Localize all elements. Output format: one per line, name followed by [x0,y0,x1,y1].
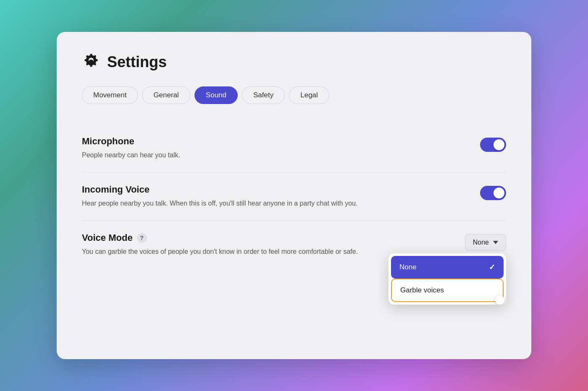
voice-mode-dropdown-menu: None ✓ Garble voices [388,253,506,305]
tabs-row: Movement General Sound Safety Legal [82,86,506,104]
dropdown-option-garble[interactable]: Garble voices [391,279,504,302]
gear-icon [82,53,100,71]
voice-mode-title: Voice Mode ? [82,232,393,243]
dropdown-option-none[interactable]: None ✓ [391,256,504,279]
microphone-text: Microphone People nearby can hear you ta… [82,136,393,160]
tab-general[interactable]: General [142,86,190,104]
microphone-section: Microphone People nearby can hear you ta… [82,124,506,172]
incoming-voice-title: Incoming Voice [82,184,393,195]
voice-mode-text: Voice Mode ? You can garble the voices o… [82,232,393,257]
voice-mode-dropdown-value: None [473,239,489,246]
tab-safety[interactable]: Safety [242,86,285,104]
checkmark-icon: ✓ [489,263,495,272]
settings-panel: Settings Movement General Sound Safety L… [57,32,531,359]
voice-mode-dropdown[interactable]: None [465,234,506,251]
tab-movement[interactable]: Movement [82,86,138,104]
voice-mode-desc: You can garble the voices of people you … [82,247,393,257]
incoming-voice-desc: Hear people nearby you talk. When this i… [82,198,393,209]
option-garble-label: Garble voices [400,286,444,295]
voice-mode-help[interactable]: ? [137,233,147,243]
incoming-voice-section: Incoming Voice Hear people nearby you ta… [82,172,506,221]
incoming-voice-toggle[interactable] [480,186,506,200]
microphone-desc: People nearby can hear you talk. [82,150,393,160]
voice-mode-section: Voice Mode ? You can garble the voices o… [82,221,506,268]
page-title: Settings [107,53,167,71]
settings-header: Settings [82,53,506,71]
tab-sound[interactable]: Sound [194,86,238,104]
option-none-label: None [399,263,417,271]
microphone-title: Microphone [82,136,393,147]
incoming-voice-control [480,184,506,200]
tab-legal[interactable]: Legal [289,86,329,104]
incoming-voice-text: Incoming Voice Hear people nearby you ta… [82,184,393,209]
microphone-control [480,136,506,152]
cursor-dot [495,295,504,305]
voice-mode-control: None None ✓ Garble voices [465,232,506,251]
chevron-down-icon [493,241,498,244]
microphone-toggle[interactable] [480,138,506,152]
